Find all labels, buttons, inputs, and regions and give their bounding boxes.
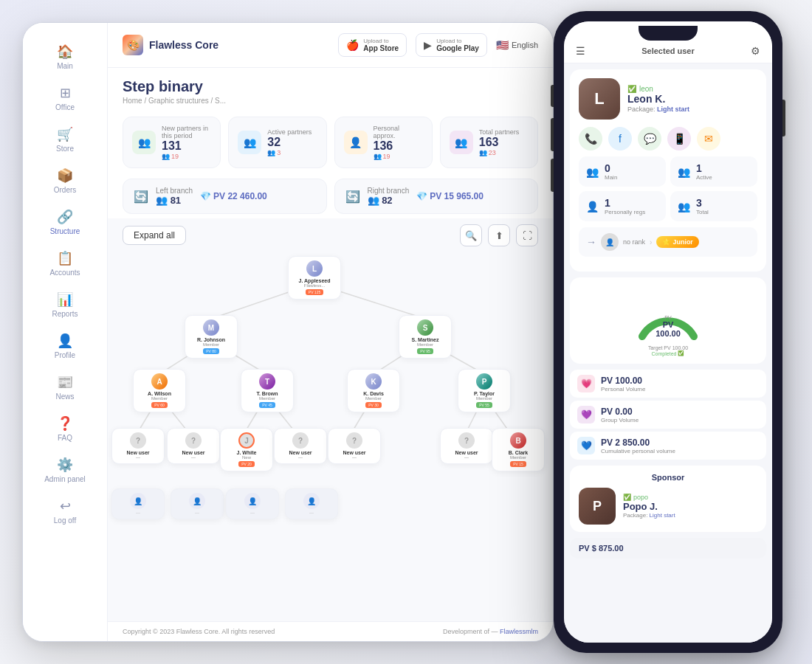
sidebar-item-news[interactable]: 📰 News [32,368,98,407]
expand-all-button[interactable]: Expand all [123,226,186,245]
footer-link[interactable]: Flawlessmlm [500,628,538,635]
google-play-badge[interactable]: ▶ Upload to Google Play [416,33,487,57]
stat-main-label: Main [605,174,617,181]
tree-node-l1[interactable]: M R. Johnson Member PV 80 [185,315,238,359]
group-volume-label: Group Volume [601,417,639,423]
tree-node-rll[interactable]: ? New user — [328,428,381,464]
tree-node-placeholder-3[interactable]: 👤 — [226,488,279,519]
tree-node-placeholder-1[interactable]: 👤 — [111,488,165,519]
phone-call-button[interactable]: 📞 [579,127,602,151]
sponsor-card: P ✅ popo Popo J. Package: Light start [579,488,757,525]
r1-sub: Member [417,342,433,347]
stat-active-icon: 👥 [678,166,690,178]
tree-node-llr[interactable]: ? New user — [167,428,220,464]
tree-node-root[interactable]: L J. Appleseed Flawless... PV 125 [288,256,341,300]
user-avatar: L [579,78,620,120]
volume-group: 💜 PV 0.00 Group Volume [570,401,766,429]
message-button[interactable]: ✉ [697,127,720,151]
tree-node-lr1[interactable]: T T. Brown Member PV 45 [241,369,294,412]
stat-new-partners-sub: 👥 19 [162,153,211,160]
sidebar-item-logoff[interactable]: ↩ Log off [32,492,98,530]
rrr-badge: PV 15 [510,461,526,467]
tree-node-lll[interactable]: ? New user — [111,428,165,464]
phone-settings-icon[interactable]: ⚙ [751,45,760,57]
pv-gauge-section: PV PV 100.00 Target PV 100.00 Completed … [570,277,766,364]
whatsapp-button[interactable]: 💬 [638,127,661,151]
sidebar-item-store[interactable]: 🛒 Store [32,120,98,159]
ll1-avatar: A [151,373,168,390]
rrl-avatar: ? [458,432,475,449]
sidebar-item-main[interactable]: 🏠 Main [32,38,98,76]
sidebar-item-admin[interactable]: ⚙️ Admin panel [32,451,98,489]
sidebar-item-orders[interactable]: 📦 Orders [32,162,98,200]
sidebar-item-profile[interactable]: 👤 Profile [32,327,98,365]
tree-node-lrl[interactable]: J J. White New PV 20 [220,428,273,471]
structure-icon: 🔗 [57,209,73,225]
sponsor-avatar: P [579,488,616,525]
personal-regs-label: Personally regs [605,209,645,215]
group-volume-icon: 💜 [577,406,595,423]
logoff-icon: ↩ [60,498,71,514]
language-selector[interactable]: 🇺🇸 English [496,39,538,51]
right-branch-count: 👥 82 [368,195,410,206]
sidebar-item-structure[interactable]: 🔗 Structure [32,203,98,241]
sidebar-item-accounts[interactable]: 📋 Accounts [32,244,98,283]
breadcrumb: Home / Graphic structures / S... [123,97,538,105]
app-store-upload-label: Upload to [363,38,399,44]
rl1-name: K. Davis [363,391,384,396]
rl1-sub: Member [365,396,382,401]
sidebar-item-faq[interactable]: ❓ FAQ [32,409,98,448]
search-tree-button[interactable]: 🔍 [460,224,482,246]
personal-volume-value: PV 100.00 [601,376,645,386]
phone-notch-bar [564,21,772,41]
tree-node-rl1[interactable]: K K. Davis Member PV 30 [347,369,400,412]
lll-avatar: ? [130,432,146,449]
sidebar-label-faq: FAQ [58,434,72,442]
lrl-badge: PV 20 [238,461,255,467]
phone-content[interactable]: L ✅ leon Leon K. Package: Light start 📞 … [564,63,772,643]
new-partners-icon: 👥 [132,131,156,154]
tree-node-lrr[interactable]: ? New user — [274,428,327,464]
facebook-button[interactable]: f [608,127,632,151]
sidebar-item-reports[interactable]: 📊 Reports [32,286,98,324]
rank-row: → 👤 no rank › ⭐ Junior [579,227,757,257]
root-name: J. Appleseed [299,278,331,283]
stat-total-sub: 👥 23 [479,149,520,156]
sidebar-label-store: Store [56,145,74,153]
stat-total-label: Total partners [479,128,520,136]
viber-button[interactable]: 📱 [667,127,691,151]
google-play-upload-label: Upload to [436,38,479,44]
upload-tree-button[interactable]: ⬆ [488,224,510,246]
cumulative-volume-icon: 💙 [577,437,595,454]
total-card-icon: 👥 [678,201,690,212]
fullscreen-tree-button[interactable]: ⛶ [516,224,538,246]
tree-node-rrl[interactable]: ? New user — [440,428,493,464]
personal-volume-icon: 💗 [577,375,595,392]
sidebar-item-office[interactable]: ⊞ Office [32,79,98,117]
sidebar-label-logoff: Log off [54,516,76,525]
sidebar-label-office: Office [55,103,75,111]
page-title-bar: Step binary Home / Graphic structures / … [108,68,553,111]
tree-node-r1[interactable]: S S. Martinez Member PV 95 [399,315,452,359]
sponsor-name: Popo J. [623,501,675,512]
gauge-pv-label: PV [650,315,687,320]
user-profile-row: L ✅ leon Leon K. Package: Light start [579,78,757,120]
tree-node-ll1[interactable]: A A. Wilson Member PV 60 [133,369,186,412]
tree-node-rr1[interactable]: P P. Taylor Member PV 55 [458,369,511,412]
llr-name: New user [182,450,204,455]
l1-avatar: M [203,319,219,336]
left-branch-card: 🔄 Left branch 👥 81 💎 PV 22 460.00 [123,179,327,214]
tree-node-placeholder-4[interactable]: 👤 — [285,488,338,519]
gauge-pv-value: PV 100.00 [650,320,687,338]
admin-icon: ⚙️ [57,457,73,473]
personal-regs-count: 1 [605,197,645,209]
brand-logo: 🎨 Flawless Core [123,35,219,55]
sidebar-label-accounts: Accounts [49,269,80,277]
phone-menu-icon[interactable]: ☰ [576,45,585,57]
tree-node-placeholder-2[interactable]: 👤 — [171,488,224,519]
stat-new-partners-value: 131 [162,139,211,153]
app-store-badge[interactable]: 🍎 Upload to App Store [338,33,407,57]
tree-node-rrr[interactable]: B B. Clark Member PV 15 [492,428,545,471]
l1-badge: PV 80 [203,348,219,354]
p1-avatar: 👤 [130,493,146,509]
